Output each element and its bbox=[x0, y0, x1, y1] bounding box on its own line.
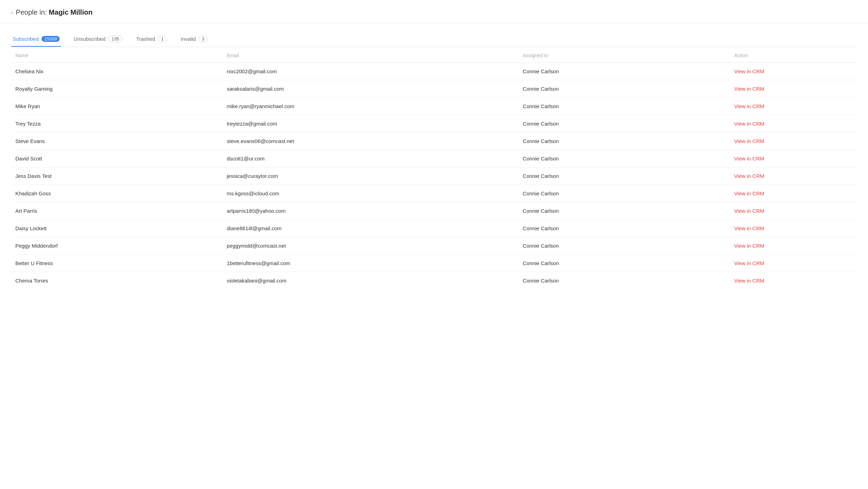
cell-action: View in CRM bbox=[730, 167, 857, 185]
table-row: Daisy Lockettdiane8614l@gmail.comConnie … bbox=[11, 220, 857, 237]
cell-assigned: Connie Carlson bbox=[519, 220, 730, 237]
view-in-crm-link[interactable]: View in CRM bbox=[734, 138, 764, 144]
cell-assigned: Connie Carlson bbox=[519, 202, 730, 220]
view-in-crm-link[interactable]: View in CRM bbox=[734, 68, 764, 74]
col-header-assigned_to: Assigned to bbox=[519, 47, 730, 63]
cell-email: violetakabani@gmail.com bbox=[223, 272, 519, 289]
view-in-crm-link[interactable]: View in CRM bbox=[734, 243, 764, 249]
cell-name: Khadizah Goss bbox=[11, 185, 223, 202]
tab-badge-subscribed: 15569 bbox=[41, 36, 60, 42]
cell-assigned: Connie Carlson bbox=[519, 167, 730, 185]
cell-assigned: Connie Carlson bbox=[519, 115, 730, 133]
cell-action: View in CRM bbox=[730, 220, 857, 237]
tab-label-trashed: Trashed bbox=[136, 36, 155, 42]
tab-label-invalid: Invalid bbox=[181, 36, 196, 42]
col-header-name: Name bbox=[11, 47, 223, 63]
cell-name: Steve Evans bbox=[11, 133, 223, 150]
table-row: Better U Fitness1betterufitness@gmail.co… bbox=[11, 255, 857, 272]
cell-assigned: Connie Carlson bbox=[519, 237, 730, 255]
tab-trashed[interactable]: Trashed1 bbox=[135, 32, 168, 47]
page-header: ‹ People in: Magic Million bbox=[0, 0, 868, 24]
cell-action: View in CRM bbox=[730, 115, 857, 133]
table-row: Chelsea Nixnixc2002@gmail.comConnie Carl… bbox=[11, 63, 857, 80]
cell-action: View in CRM bbox=[730, 133, 857, 150]
cell-assigned: Connie Carlson bbox=[519, 80, 730, 98]
table-row: Chema Torresvioletakabani@gmail.comConni… bbox=[11, 272, 857, 289]
cell-assigned: Connie Carlson bbox=[519, 63, 730, 80]
table-row: Royalty Gamingsaraksalaris@gmail.comConn… bbox=[11, 80, 857, 98]
view-in-crm-link[interactable]: View in CRM bbox=[734, 173, 764, 179]
cell-name: Daisy Lockett bbox=[11, 220, 223, 237]
main-content: Subscribed15569Unsubscribed135Trashed1In… bbox=[0, 24, 868, 298]
view-in-crm-link[interactable]: View in CRM bbox=[734, 121, 764, 127]
cell-name: Royalty Gaming bbox=[11, 80, 223, 98]
cell-name: Chema Torres bbox=[11, 272, 223, 289]
cell-name: Mike Ryan bbox=[11, 98, 223, 115]
cell-email: jessica@curaytor.com bbox=[223, 167, 519, 185]
cell-email: dscott1@ur.com bbox=[223, 150, 519, 167]
table-row: Khadizah Gossms.kgoss@icloud.comConnie C… bbox=[11, 185, 857, 202]
cell-assigned: Connie Carlson bbox=[519, 272, 730, 289]
cell-name: Peggy Middendorf bbox=[11, 237, 223, 255]
people-table: NameEmailAssigned toAction Chelsea Nixni… bbox=[11, 47, 857, 289]
tab-badge-unsubscribed: 135 bbox=[108, 36, 122, 42]
view-in-crm-link[interactable]: View in CRM bbox=[734, 156, 764, 161]
view-in-crm-link[interactable]: View in CRM bbox=[734, 278, 764, 284]
page-title: People in: Magic Million bbox=[16, 8, 92, 16]
cell-name: Chelsea Nix bbox=[11, 63, 223, 80]
cell-name: Jess Davis Test bbox=[11, 167, 223, 185]
tab-label-unsubscribed: Unsubscribed bbox=[74, 36, 106, 42]
table-row: David Scottdscott1@ur.comConnie CarlsonV… bbox=[11, 150, 857, 167]
cell-email: nixc2002@gmail.com bbox=[223, 63, 519, 80]
table-row: Art Parrisartparris180@yahoo.comConnie C… bbox=[11, 202, 857, 220]
cell-email: artparris180@yahoo.com bbox=[223, 202, 519, 220]
cell-assigned: Connie Carlson bbox=[519, 133, 730, 150]
table-header: NameEmailAssigned toAction bbox=[11, 47, 857, 63]
cell-email: steve.evans06@comcast.net bbox=[223, 133, 519, 150]
table-row: Trey Tezzatreytezza@gmail.comConnie Carl… bbox=[11, 115, 857, 133]
cell-email: mike.ryan@ryanmichael.com bbox=[223, 98, 519, 115]
table-row: Jess Davis Testjessica@curaytor.comConni… bbox=[11, 167, 857, 185]
tab-label-subscribed: Subscribed bbox=[13, 36, 39, 42]
view-in-crm-link[interactable]: View in CRM bbox=[734, 86, 764, 92]
cell-email: saraksalaris@gmail.com bbox=[223, 80, 519, 98]
cell-action: View in CRM bbox=[730, 202, 857, 220]
cell-action: View in CRM bbox=[730, 98, 857, 115]
table-row: Mike Ryanmike.ryan@ryanmichael.comConnie… bbox=[11, 98, 857, 115]
cell-action: View in CRM bbox=[730, 63, 857, 80]
tabs-container: Subscribed15569Unsubscribed135Trashed1In… bbox=[11, 32, 857, 47]
view-in-crm-link[interactable]: View in CRM bbox=[734, 260, 764, 266]
cell-name: Better U Fitness bbox=[11, 255, 223, 272]
tab-subscribed[interactable]: Subscribed15569 bbox=[11, 32, 61, 47]
view-in-crm-link[interactable]: View in CRM bbox=[734, 190, 764, 196]
tab-unsubscribed[interactable]: Unsubscribed135 bbox=[72, 32, 123, 47]
cell-action: View in CRM bbox=[730, 255, 857, 272]
view-in-crm-link[interactable]: View in CRM bbox=[734, 103, 764, 109]
cell-email: treytezza@gmail.com bbox=[223, 115, 519, 133]
tab-badge-trashed: 1 bbox=[158, 36, 167, 42]
cell-email: ms.kgoss@icloud.com bbox=[223, 185, 519, 202]
cell-name: Art Parris bbox=[11, 202, 223, 220]
back-button[interactable]: ‹ bbox=[11, 9, 13, 16]
cell-name: Trey Tezza bbox=[11, 115, 223, 133]
cell-action: View in CRM bbox=[730, 185, 857, 202]
page-title-name: Magic Million bbox=[49, 8, 93, 16]
col-header-email: Email bbox=[223, 47, 519, 63]
cell-email: peggymidd@comcast.net bbox=[223, 237, 519, 255]
table-body: Chelsea Nixnixc2002@gmail.comConnie Carl… bbox=[11, 63, 857, 289]
cell-email: diane8614l@gmail.com bbox=[223, 220, 519, 237]
view-in-crm-link[interactable]: View in CRM bbox=[734, 225, 764, 231]
table-container: NameEmailAssigned toAction Chelsea Nixni… bbox=[11, 47, 857, 289]
cell-action: View in CRM bbox=[730, 237, 857, 255]
cell-action: View in CRM bbox=[730, 150, 857, 167]
col-header-action: Action bbox=[730, 47, 857, 63]
tab-badge-invalid: 3 bbox=[199, 36, 207, 42]
cell-assigned: Connie Carlson bbox=[519, 185, 730, 202]
page-title-prefix: People in: bbox=[16, 8, 47, 16]
tab-invalid[interactable]: Invalid3 bbox=[179, 32, 209, 47]
view-in-crm-link[interactable]: View in CRM bbox=[734, 208, 764, 214]
cell-name: David Scott bbox=[11, 150, 223, 167]
table-row: Steve Evanssteve.evans06@comcast.netConn… bbox=[11, 133, 857, 150]
table-row: Peggy Middendorfpeggymidd@comcast.netCon… bbox=[11, 237, 857, 255]
cell-action: View in CRM bbox=[730, 80, 857, 98]
